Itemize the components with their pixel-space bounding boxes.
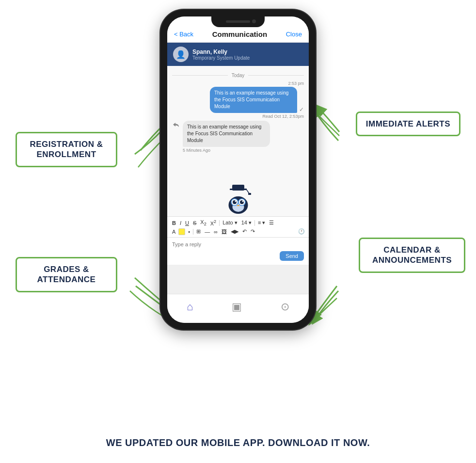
reply-area[interactable]: Send — [167, 238, 309, 265]
close-button[interactable]: Close — [286, 31, 302, 38]
sent-message: 2:53 pm This is an example message using… — [172, 81, 304, 119]
phone-mockup: < Back Communication Close 👤 Spann, Kell… — [160, 10, 316, 330]
search-nav-icon[interactable]: ⊙ — [281, 301, 289, 313]
contact-name: Spann, Kelly — [192, 48, 250, 55]
fontsize-select[interactable]: 14 ▾ — [240, 219, 253, 226]
media-button[interactable]: ◀▶ — [230, 228, 239, 235]
svg-rect-11 — [248, 193, 251, 195]
owl-area — [167, 182, 309, 216]
clock-icon: 🕐 — [298, 228, 305, 235]
font-select[interactable]: Lato ▾ — [222, 219, 238, 226]
strikethrough-button[interactable]: S — [192, 220, 197, 226]
color-swatch[interactable] — [178, 228, 185, 235]
contact-subtitle: Temporary System Update — [192, 55, 250, 61]
registration-label-box: REGISTRATION &ENROLLMENT — [16, 132, 117, 167]
immediate-alerts-label-box: IMMEDIATE ALERTS — [356, 112, 460, 136]
svg-point-22 — [242, 201, 243, 202]
camera — [252, 19, 256, 23]
grades-label-text: GRADES &ATTENDANCE — [26, 264, 107, 285]
align-button[interactable]: ≡ ▾ — [257, 219, 266, 226]
superscript-button[interactable]: X2 — [209, 219, 217, 227]
screen-title: Communication — [212, 30, 267, 38]
underline-button[interactable]: U — [184, 220, 190, 226]
list-button[interactable]: ☰ — [268, 219, 275, 226]
grades-label-box: GRADES &ATTENDANCE — [16, 257, 117, 292]
contact-bar: 👤 Spann, Kelly Temporary System Update — [167, 43, 309, 66]
msg-time: 2:53 pm — [288, 81, 304, 86]
avatar: 👤 — [173, 47, 189, 62]
redo-button[interactable]: ↷ — [250, 228, 256, 235]
calendar-label-text: CALENDAR &ANNOUNCEMENTS — [369, 245, 455, 266]
registration-label-text: REGISTRATION &ENROLLMENT — [26, 139, 107, 160]
owl-mascot — [225, 185, 252, 214]
wallet-nav-icon[interactable]: ▣ — [232, 301, 242, 313]
text-color-button[interactable]: A — [171, 228, 176, 235]
bold-button[interactable]: B — [171, 220, 177, 226]
recv-bubble-inner: This is an example message using the Foc… — [183, 121, 270, 153]
dot-button[interactable]: • — [187, 228, 191, 235]
msg-bubble-recv: This is an example message using the Foc… — [183, 121, 270, 147]
calendar-label-box: CALENDAR &ANNOUNCEMENTS — [359, 238, 465, 273]
hr-button[interactable]: — — [204, 228, 211, 235]
image-button[interactable]: 🖼 — [221, 228, 228, 235]
svg-rect-9 — [232, 185, 244, 191]
home-nav-icon[interactable]: ⌂ — [187, 301, 193, 313]
messages-area: Today 2:53 pm This is an example message… — [167, 66, 309, 182]
speaker — [226, 20, 250, 23]
editor-toolbar: B I U S X2 X2 Lato ▾ 14 ▾ ≡ ▾ ☰ A • — [167, 216, 309, 238]
phone-screen: < Back Communication Close 👤 Spann, Kell… — [167, 16, 309, 323]
date-divider: Today — [172, 73, 304, 78]
phone-notch — [211, 16, 265, 27]
toolbar-row1: B I U S X2 X2 Lato ▾ 14 ▾ ≡ ▾ ☰ — [171, 219, 305, 227]
svg-point-21 — [235, 201, 236, 202]
send-button[interactable]: Send — [280, 251, 304, 261]
svg-line-10 — [246, 189, 249, 193]
subscript-button[interactable]: X2 — [199, 219, 207, 227]
msg-read-receipt: Read Oct 12, 2:53pm — [262, 114, 304, 119]
undo-button[interactable]: ↶ — [241, 228, 248, 235]
contact-info: Spann, Kelly Temporary System Update — [192, 48, 250, 61]
link-button[interactable]: ∞ — [213, 228, 219, 235]
msg-bubble-sent: This is an example message using the Foc… — [210, 87, 297, 113]
immediate-alerts-label-text: IMMEDIATE ALERTS — [366, 119, 450, 129]
msg-time-recv: 5 Minutes Ago — [183, 148, 270, 153]
table-button[interactable]: ⊞ — [195, 228, 202, 235]
toolbar-row2: A • ⊞ — ∞ 🖼 ◀▶ ↶ ↷ 🕐 — [171, 228, 305, 235]
reply-icon — [172, 122, 180, 129]
bottom-tagline: WE UPDATED OUR MOBILE APP. DOWNLOAD IT N… — [106, 437, 370, 448]
reply-footer: Send — [172, 251, 304, 261]
bottom-nav: ⌂ ▣ ⊙ — [167, 294, 309, 323]
back-button[interactable]: < Back — [174, 31, 193, 38]
received-message: This is an example message using the Foc… — [172, 121, 304, 153]
reply-input[interactable] — [172, 241, 304, 247]
italic-button[interactable]: I — [179, 220, 182, 226]
